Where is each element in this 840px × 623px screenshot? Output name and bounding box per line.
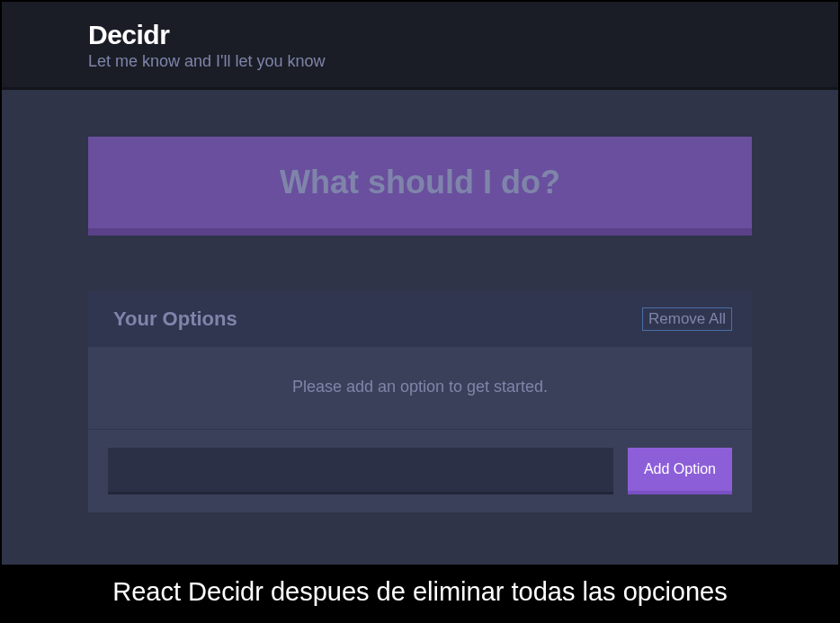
options-widget: Your Options Remove All Please add an op… bbox=[88, 291, 752, 512]
add-option-form: Add Option bbox=[88, 430, 752, 512]
options-widget-header: Your Options Remove All bbox=[88, 291, 752, 347]
empty-state-message: Please add an option to get started. bbox=[88, 347, 752, 430]
option-input[interactable] bbox=[108, 448, 613, 494]
decide-button-label: What should I do? bbox=[280, 164, 560, 200]
app-title: Decidr bbox=[88, 20, 838, 50]
figure-caption: React Decidr despues de eliminar todas l… bbox=[2, 565, 838, 621]
app-header: Decidr Let me know and I'll let you know bbox=[2, 2, 838, 90]
app-frame: Decidr Let me know and I'll let you know… bbox=[0, 0, 840, 623]
decide-button[interactable]: What should I do? bbox=[88, 137, 752, 236]
app-subtitle: Let me know and I'll let you know bbox=[88, 52, 838, 71]
options-title: Your Options bbox=[113, 307, 237, 331]
main-content: What should I do? Your Options Remove Al… bbox=[2, 90, 838, 565]
add-option-button[interactable]: Add Option bbox=[628, 448, 732, 494]
remove-all-button[interactable]: Remove All bbox=[642, 307, 732, 331]
